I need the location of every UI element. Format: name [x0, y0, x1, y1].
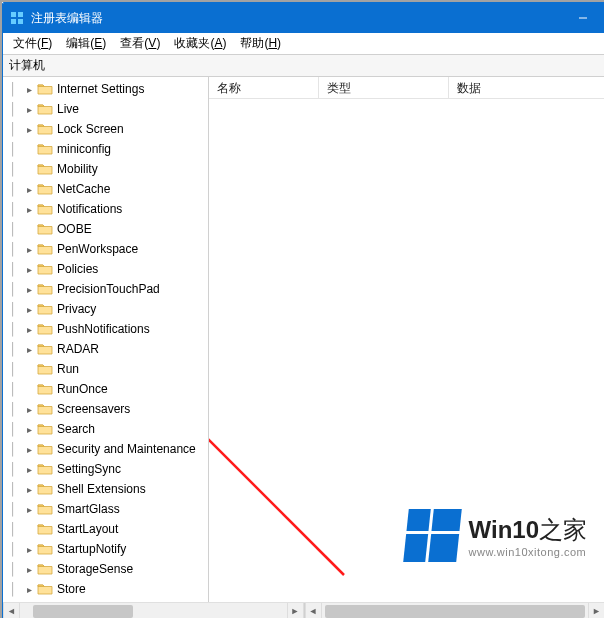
folder-icon	[37, 362, 53, 376]
tree-item[interactable]: │││││·Mobility	[3, 159, 208, 179]
tree-item[interactable]: │││││▸Live	[3, 99, 208, 119]
title-bar[interactable]: 注册表编辑器	[3, 3, 604, 33]
tree-item[interactable]: │││││▸PenWorkspace	[3, 239, 208, 259]
tree-pane[interactable]: │││││▸Internet Settings│││││▸Live│││││▸L…	[3, 77, 209, 602]
tree-item[interactable]: │││││▸Internet Settings	[3, 79, 208, 99]
tree-item[interactable]: │││││▸SettingSync	[3, 459, 208, 479]
tree-item[interactable]: │││││▸PrecisionTouchPad	[3, 279, 208, 299]
tree-item-label: OOBE	[57, 222, 92, 236]
chevron-right-icon[interactable]: ▸	[21, 404, 37, 415]
col-data[interactable]: 数据	[449, 77, 604, 98]
chevron-right-icon[interactable]: ▸	[21, 584, 37, 595]
watermark: Win10之家 www.win10xitong.com	[406, 509, 587, 562]
tree-item[interactable]: │││││▸StartupNotify	[3, 539, 208, 559]
scroll-left-icon[interactable]: ◄	[305, 603, 322, 619]
folder-icon	[37, 142, 53, 156]
tree-item-label: StartLayout	[57, 522, 118, 536]
col-type[interactable]: 类型	[319, 77, 449, 98]
scroll-thumb-left[interactable]	[33, 605, 133, 618]
tree-item[interactable]: │││││▸PushNotifications	[3, 319, 208, 339]
tree-item-label: StartupNotify	[57, 542, 126, 556]
tree-item[interactable]: │││││▸Lock Screen	[3, 119, 208, 139]
tree-item[interactable]: │││││▸Policies	[3, 259, 208, 279]
address-bar[interactable]: 计算机	[3, 55, 604, 77]
chevron-right-icon[interactable]: ▸	[21, 564, 37, 575]
minimize-button[interactable]	[561, 3, 604, 33]
column-headers[interactable]: 名称 类型 数据	[209, 77, 604, 99]
tree-item-label: Policies	[57, 262, 98, 276]
tree-item-label: SmartGlass	[57, 502, 120, 516]
menu-help[interactable]: 帮助(H)	[234, 33, 287, 54]
col-name[interactable]: 名称	[209, 77, 319, 98]
folder-icon	[37, 582, 53, 596]
menu-favorites[interactable]: 收藏夹(A)	[168, 33, 232, 54]
tree-item[interactable]: │││││▸Shell Extensions	[3, 479, 208, 499]
tree-item-label: Internet Settings	[57, 82, 144, 96]
menu-view[interactable]: 查看(V)	[114, 33, 166, 54]
folder-icon	[37, 382, 53, 396]
tree-item[interactable]: │││││▸SmartGlass	[3, 499, 208, 519]
scroll-left-icon[interactable]: ◄	[3, 603, 20, 619]
annotation-arrow	[209, 385, 374, 602]
horizontal-scrollbar[interactable]: ◄ ► ◄ ►	[3, 602, 604, 618]
chevron-right-icon[interactable]: ▸	[21, 484, 37, 495]
tree-item-label: Notifications	[57, 202, 122, 216]
tree-item-label: RunOnce	[57, 382, 108, 396]
chevron-right-icon[interactable]: ▸	[21, 264, 37, 275]
chevron-right-icon[interactable]: ▸	[21, 284, 37, 295]
scroll-right-icon[interactable]: ►	[287, 603, 304, 619]
tree-item-label: Shell Extensions	[57, 482, 146, 496]
list-pane[interactable]: 名称 类型 数据 Win10之家 www.win10xitong.	[209, 77, 604, 602]
chevron-right-icon[interactable]: ▸	[21, 184, 37, 195]
tree-item-label: PushNotifications	[57, 322, 150, 336]
chevron-right-icon[interactable]: ▸	[21, 244, 37, 255]
folder-icon	[37, 242, 53, 256]
menu-edit[interactable]: 编辑(E)	[60, 33, 112, 54]
folder-icon	[37, 522, 53, 536]
tree-item[interactable]: │││││▸NetCache	[3, 179, 208, 199]
svg-rect-1	[18, 12, 23, 17]
scroll-thumb-right[interactable]	[325, 605, 586, 618]
tree-item[interactable]: │││││▸StorageSense	[3, 559, 208, 579]
tree-item[interactable]: │││││·StartLayout	[3, 519, 208, 539]
windows-logo-icon	[403, 509, 462, 562]
tree-item[interactable]: │││││·Run	[3, 359, 208, 379]
tree-item-label: PenWorkspace	[57, 242, 138, 256]
chevron-right-icon[interactable]: ▸	[21, 444, 37, 455]
svg-line-5	[209, 397, 344, 575]
tree-item[interactable]: │││││▸Screensavers	[3, 399, 208, 419]
tree-item[interactable]: │││││▸Privacy	[3, 299, 208, 319]
tree-item[interactable]: │││││▸RADAR	[3, 339, 208, 359]
chevron-right-icon[interactable]: ▸	[21, 304, 37, 315]
tree-item-label: PrecisionTouchPad	[57, 282, 160, 296]
chevron-right-icon[interactable]: ▸	[21, 544, 37, 555]
chevron-right-icon[interactable]: ▸	[21, 124, 37, 135]
tree-item-label: Run	[57, 362, 79, 376]
tree-item[interactable]: │││││·OOBE	[3, 219, 208, 239]
chevron-right-icon[interactable]: ▸	[21, 504, 37, 515]
tree-item[interactable]: │││││·miniconfig	[3, 139, 208, 159]
tree-item-label: Live	[57, 102, 79, 116]
tree-item-label: miniconfig	[57, 142, 111, 156]
tree-item[interactable]: │││││▸Search	[3, 419, 208, 439]
chevron-right-icon[interactable]: ▸	[21, 204, 37, 215]
chevron-right-icon[interactable]: ▸	[21, 464, 37, 475]
folder-icon	[37, 482, 53, 496]
registry-editor-window: 注册表编辑器 文件(F) 编辑(E) 查看(V) 收藏夹(A) 帮助(H) 计算…	[2, 2, 604, 618]
menu-file[interactable]: 文件(F)	[7, 33, 58, 54]
chevron-right-icon[interactable]: ▸	[21, 424, 37, 435]
scroll-right-icon[interactable]: ►	[588, 603, 604, 619]
folder-icon	[37, 262, 53, 276]
tree-item[interactable]: │││││·RunOnce	[3, 379, 208, 399]
tree-item[interactable]: │││││▸Notifications	[3, 199, 208, 219]
tree-item-label: NetCache	[57, 182, 110, 196]
tree-item[interactable]: │││││▸Store	[3, 579, 208, 599]
chevron-right-icon[interactable]: ▸	[21, 344, 37, 355]
chevron-right-icon[interactable]: ▸	[21, 324, 37, 335]
tree-item-label: SettingSync	[57, 462, 121, 476]
svg-rect-3	[18, 19, 23, 24]
menu-bar: 文件(F) 编辑(E) 查看(V) 收藏夹(A) 帮助(H)	[3, 33, 604, 55]
chevron-right-icon[interactable]: ▸	[21, 104, 37, 115]
tree-item[interactable]: │││││▸Security and Maintenance	[3, 439, 208, 459]
chevron-right-icon[interactable]: ▸	[21, 84, 37, 95]
